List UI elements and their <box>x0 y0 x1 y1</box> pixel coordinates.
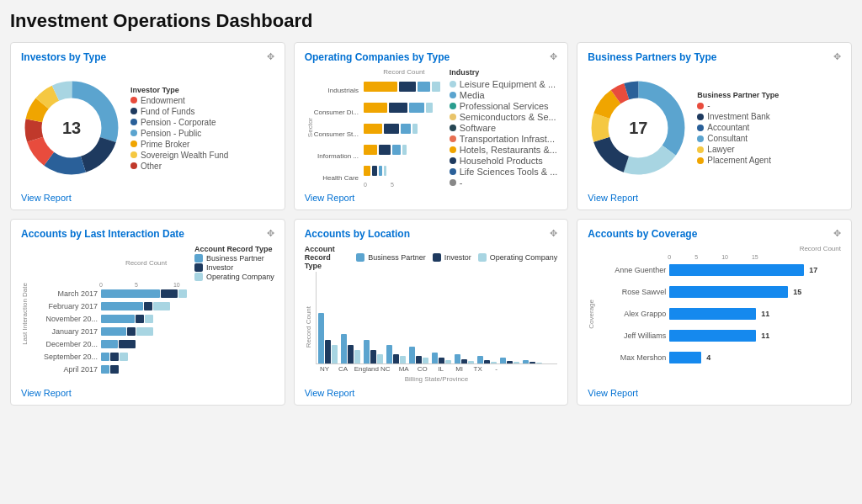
sector-axis-label: Sector <box>305 118 314 137</box>
pension-corporate-dot <box>130 119 137 125</box>
expand-icon[interactable]: ✥ <box>267 51 274 62</box>
op-seg <box>399 82 416 92</box>
hbar-row: September 20... <box>32 353 274 361</box>
sector-axis: Sector Industrials Consumer Di... Consum… <box>305 68 359 188</box>
legend-item: Operating Company <box>478 245 558 270</box>
accounts-location-view-report[interactable]: View Report <box>305 383 558 398</box>
coverage-bar <box>669 330 756 342</box>
hbar-label: November 20... <box>32 315 98 323</box>
vbar-group <box>409 347 428 363</box>
record-count-axis: Record Count <box>305 306 312 347</box>
business-partners-donut-chart: 17 <box>588 77 689 178</box>
accounts-coverage-title: Accounts by Coverage <box>588 228 697 240</box>
coverage-row: Anne Guenther 17 <box>599 264 841 276</box>
expand-icon[interactable]: ✥ <box>833 228 841 239</box>
legend-item: Endowment <box>130 96 228 105</box>
legend-item: Consultant <box>697 134 779 143</box>
vbar-group <box>500 358 519 363</box>
accounts-coverage-view-report[interactable]: View Report <box>588 383 841 398</box>
expand-icon[interactable]: ✥ <box>550 228 557 239</box>
hbar-row: December 20... <box>32 340 274 348</box>
coverage-label: Max Mershon <box>599 353 666 362</box>
legend-item: Operating Company <box>194 273 274 281</box>
accounts-interaction-view-report[interactable]: View Report <box>21 383 274 398</box>
legend-title: Account Record Type <box>305 245 350 270</box>
business-partners-view-report[interactable]: View Report <box>588 188 841 203</box>
op-seg <box>418 82 430 92</box>
sector-label: Consumer Di... <box>314 109 359 116</box>
op-seg <box>384 166 386 176</box>
prime-broker-label: Prime Broker <box>141 140 189 149</box>
investors-by-type-card: Investors by Type ✥ 13 <box>10 42 285 210</box>
op-seg <box>364 145 377 155</box>
coverage-val: 4 <box>706 353 710 362</box>
sector-label: Information ... <box>314 152 359 160</box>
sector-label: Consumer St... <box>314 130 359 138</box>
op-seg <box>379 166 382 176</box>
business-partners-legend-list: - Investment Bank Accountant Consultant <box>697 101 779 165</box>
x-axis-title: Billing State/Province <box>316 375 558 383</box>
industry-legend-title: Industry <box>450 68 558 77</box>
operating-bars-area: Record Count <box>364 68 444 188</box>
op-seg <box>432 82 440 92</box>
fund-of-funds-dot <box>130 108 137 114</box>
other-label: Other <box>141 162 162 171</box>
coverage-label: Rose Sawvel <box>599 288 666 296</box>
vbar-group <box>386 345 406 363</box>
legend-title: Account Record Type <box>194 245 274 253</box>
expand-icon[interactable]: ✥ <box>550 51 557 62</box>
expand-icon[interactable]: ✥ <box>267 228 274 239</box>
record-count-axis-nums: 05 <box>364 180 444 188</box>
coverage-bar <box>669 264 804 276</box>
coverage-label: Anne Guenther <box>599 266 666 274</box>
hbar-label: January 2017 <box>32 327 98 336</box>
op-seg <box>426 103 433 113</box>
investors-total: 13 <box>62 119 81 138</box>
investors-donut-container: 13 Investor Type Endowment Fund of Funds <box>21 68 274 188</box>
sector-label: Health Care <box>314 174 359 182</box>
vbar-group <box>432 353 451 363</box>
vbar-group <box>341 334 360 363</box>
coverage-axis-label: Coverage <box>588 300 595 329</box>
record-count-label: Record Count <box>98 259 194 267</box>
hbar-bars <box>101 353 128 361</box>
hbar-row: April 2017 <box>32 365 274 374</box>
record-count-label: Record Count <box>599 245 841 252</box>
investors-view-report[interactable]: View Report <box>21 188 274 203</box>
interaction-bars-area: Record Count Account Record Type Busines… <box>32 245 274 383</box>
pension-corporate-label: Pension - Corporate <box>141 118 216 127</box>
legend-item: - <box>697 101 779 110</box>
coverage-val: 17 <box>809 266 817 274</box>
pension-public-label: Pension - Public <box>141 129 201 138</box>
op-seg <box>412 124 418 134</box>
x-axis-ticks: 0 5 10 15 <box>599 254 841 260</box>
legend-item: Investor <box>433 245 471 270</box>
card-header: Operating Companies by Type ✥ <box>305 51 558 63</box>
coverage-row: Alex Grappo 11 <box>599 308 841 320</box>
operating-view-report[interactable]: View Report <box>305 188 558 203</box>
hbar-row: March 2017 <box>32 289 274 298</box>
hbar-bars <box>101 365 119 374</box>
hbar-row: November 20... <box>32 315 274 323</box>
coverage-row: Max Mershon 4 <box>599 352 841 363</box>
operating-card-title: Operating Companies by Type <box>305 51 450 63</box>
legend-item: Household Products <box>450 156 558 166</box>
accounts-interaction-title: Accounts by Last Interaction Date <box>21 228 184 240</box>
axis-top: Record Count Account Record Type Busines… <box>32 245 274 281</box>
hbar-bars <box>101 315 153 323</box>
sovereign-dot <box>130 151 137 158</box>
prime-broker-dot <box>130 141 137 147</box>
legend-item: Pension - Corporate <box>130 118 228 127</box>
vbar-group <box>364 340 383 363</box>
hbar-bars <box>101 302 170 310</box>
legend-item: Hotels, Restaurants &... <box>450 145 558 155</box>
expand-icon[interactable]: ✥ <box>833 51 841 62</box>
business-partners-donut-container: 17 Business Partner Type - Investment Ba… <box>588 68 841 188</box>
industry-legend: Industry Leisure Equipment & ... Media P… <box>450 68 558 188</box>
op-seg <box>384 124 399 134</box>
coverage-val: 15 <box>793 288 801 296</box>
op-seg <box>364 103 387 113</box>
investors-card-title: Investors by Type <box>21 51 106 63</box>
op-seg <box>379 145 391 155</box>
op-seg <box>392 145 401 155</box>
